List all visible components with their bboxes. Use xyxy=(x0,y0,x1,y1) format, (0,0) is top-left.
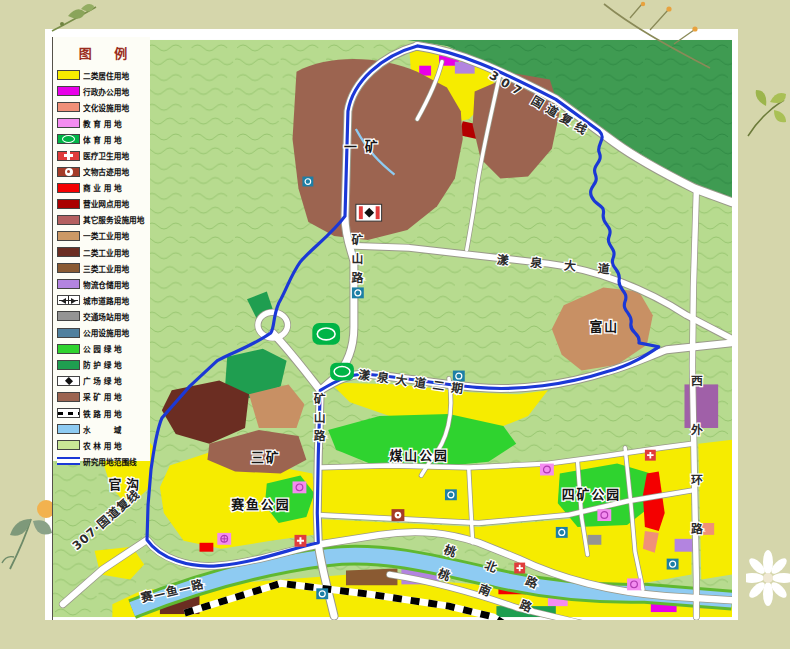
legend-item: 水 域 xyxy=(57,421,148,437)
legend-swatch-admin xyxy=(57,86,80,96)
legend-swatch-mining xyxy=(57,392,80,402)
legend-item: 采 矿 用 地 xyxy=(57,389,148,405)
label-guangou: 官沟 xyxy=(108,477,144,492)
branch-decoration xyxy=(592,0,717,72)
legend-item-label: 水 域 xyxy=(83,424,121,435)
relic-icon xyxy=(392,509,405,521)
legend-swatch-relic xyxy=(57,167,80,177)
legend-swatch-education xyxy=(57,118,80,128)
legend-item-label: 广 场 绿 地 xyxy=(83,376,122,387)
legend-swatch-business xyxy=(57,199,80,209)
legend-item: 三类工业用地 xyxy=(57,260,148,276)
label-kuangshan-road-south: 矿山路 xyxy=(311,392,325,449)
legend-swatch-industry2 xyxy=(57,247,80,257)
legend-item-label: 文物古迹用地 xyxy=(83,166,129,177)
label-fushan: 富山 xyxy=(589,319,619,334)
label-meishan-park: 煤山公园 xyxy=(390,448,449,463)
legend-item-label: 公用设施用地 xyxy=(83,327,129,338)
legend-swatch-sports xyxy=(57,134,80,144)
legend-swatch-industry1 xyxy=(57,231,80,241)
legend-swatch-culture xyxy=(57,102,80,112)
legend-item: 医疗卫生用地 xyxy=(57,147,148,163)
legend-swatch-urban-road xyxy=(57,295,80,305)
legend-item: 交通场站用地 xyxy=(57,308,148,324)
legend-item: 公用设施用地 xyxy=(57,325,148,341)
legend-item: 研究用地范围线 xyxy=(57,453,148,469)
legend-item: 文化设施用地 xyxy=(57,99,148,115)
legend-item: 营业网点用地 xyxy=(57,196,148,212)
black-star-icon xyxy=(64,377,72,385)
legend-item-label: 采 矿 用 地 xyxy=(83,392,122,403)
legend-swatch-railway xyxy=(57,408,80,418)
legend-item-label: 研究用地范围线 xyxy=(83,456,137,467)
legend-item-label: 物流仓储用地 xyxy=(83,279,129,290)
plaza-icon xyxy=(356,204,382,221)
legend-swatch-farmland xyxy=(57,440,80,450)
relic-disc-icon xyxy=(65,168,73,176)
legend-item-label: 一类工业用地 xyxy=(83,231,129,242)
legend-swatch-park-green xyxy=(57,344,80,354)
legend-swatch-residential2 xyxy=(57,70,80,80)
legend-item: 二类工业用地 xyxy=(57,244,148,260)
white-cross-icon xyxy=(64,151,73,160)
legend-item: 铁 路 用 地 xyxy=(57,405,148,421)
map-frame: 一矿 富山 三矿 官沟 煤山公园 赛鱼公园 四矿公园 307 国道复线 307·… xyxy=(45,29,738,620)
legend-swatch-logistics xyxy=(57,279,80,289)
legend-item: 物流仓储用地 xyxy=(57,276,148,292)
legend-item-label: 其它服务设施用地 xyxy=(83,215,144,226)
legend-item-label: 防 护 绿 地 xyxy=(83,359,122,370)
white-flower-decoration xyxy=(746,550,790,612)
legend-item-label: 体 育 用 地 xyxy=(83,134,122,145)
white-ellipse-icon xyxy=(62,135,75,143)
legend-swatch-transport xyxy=(57,311,80,321)
label-sikuang-park: 四矿公园 xyxy=(562,487,621,502)
legend-item: 体 育 用 地 xyxy=(57,131,148,147)
legend-item-label: 城市道路用地 xyxy=(83,295,129,306)
legend-item: 一类工业用地 xyxy=(57,228,148,244)
map-canvas: 一矿 富山 三矿 官沟 煤山公园 赛鱼公园 四矿公园 307 国道复线 307·… xyxy=(53,37,732,620)
legend-swatch-water xyxy=(57,424,80,434)
legend-swatch-boundary xyxy=(57,456,80,466)
legend-item: 农 林 用 地 xyxy=(57,437,148,453)
legend-item-label: 交通场站用地 xyxy=(83,311,129,322)
legend-swatch-commercial xyxy=(57,183,80,193)
interchange-icon xyxy=(58,296,79,304)
legend-item: 广 场 绿 地 xyxy=(57,373,148,389)
legend-item: 商 业 用 地 xyxy=(57,180,148,196)
page: { "page": { "background": "#d5d6ab" }, "… xyxy=(0,0,790,649)
map-legend: 图 例 二类居住用地 行政办公用地 文化设施用地 教 育 用 地 体 育 用 地… xyxy=(53,37,150,461)
legend-item: 行政办公用地 xyxy=(57,83,148,99)
legend-item-label: 教 育 用 地 xyxy=(83,118,122,129)
label-mine3: 三矿 xyxy=(251,450,281,465)
legend-title: 图 例 xyxy=(57,41,148,67)
legend-item: 其它服务设施用地 xyxy=(57,212,148,228)
label-mine1: 一矿 xyxy=(344,139,386,154)
legend-item-label: 铁 路 用 地 xyxy=(83,408,122,419)
land-use-map: 一矿 富山 三矿 官沟 煤山公园 赛鱼公园 四矿公园 307 国道复线 307·… xyxy=(52,37,732,620)
leaf-sprig-decoration xyxy=(50,2,100,34)
label-west-outer-ring-road: 西外环路 xyxy=(688,375,703,573)
legend-item: 二类居住用地 xyxy=(57,67,148,83)
boundary-line-icon xyxy=(57,457,80,465)
legend-item-label: 二类居住用地 xyxy=(83,70,129,81)
legend-item-label: 三类工业用地 xyxy=(83,263,129,274)
legend-item: 防 护 绿 地 xyxy=(57,357,148,373)
legend-item-label: 商 业 用 地 xyxy=(83,182,122,193)
legend-swatch-services xyxy=(57,215,80,225)
label-kuangshan-road-north: 矿山路 xyxy=(349,233,363,290)
legend-item: 教 育 用 地 xyxy=(57,115,148,131)
legend-item-label: 文化设施用地 xyxy=(83,102,129,113)
legend-item-label: 医疗卫生用地 xyxy=(83,150,129,161)
label-saiyu-park: 赛鱼公园 xyxy=(230,497,290,512)
legend-swatch-industry3 xyxy=(57,263,80,273)
leaf-cluster-decoration xyxy=(744,88,790,140)
legend-item: 文物古迹用地 xyxy=(57,164,148,180)
legend-swatch-utility xyxy=(57,328,80,338)
legend-item-label: 公 园 绿 地 xyxy=(83,343,122,354)
legend-swatch-medical xyxy=(57,151,80,161)
legend-item-label: 行政办公用地 xyxy=(83,86,129,97)
legend-item: 公 园 绿 地 xyxy=(57,341,148,357)
legend-swatch-protective-green xyxy=(57,360,80,370)
legend-swatch-plaza-green xyxy=(57,376,80,386)
legend-item: 城市道路用地 xyxy=(57,292,148,308)
